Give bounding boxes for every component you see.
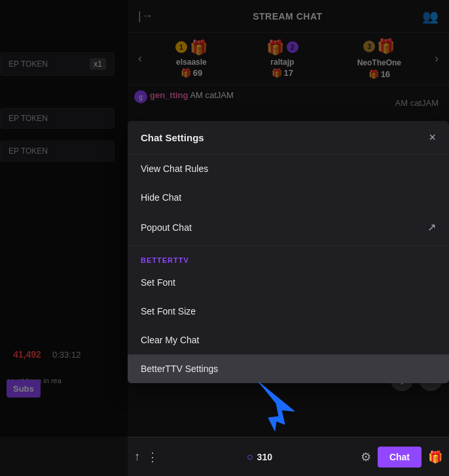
hide-chat-item[interactable]: Hide Chat [128, 183, 449, 212]
betterttv-settings-label: BetterTTV Settings [141, 364, 218, 374]
points-display: ○ 310 [165, 451, 354, 463]
popout-chat-label: Popout Chat [141, 222, 192, 233]
set-font-item[interactable]: Set Font [128, 268, 449, 297]
view-chat-rules-label: View Chat Rules [141, 163, 208, 174]
points-circle-icon: ○ [247, 451, 253, 463]
modal-divider [128, 245, 449, 246]
points-count: 310 [257, 452, 272, 462]
arrow-svg [249, 379, 308, 437]
set-font-label: Set Font [141, 277, 175, 288]
modal-title: Chat Settings [141, 132, 204, 143]
gear-icon[interactable]: ⚙ [361, 450, 371, 464]
arrow-indicator [249, 379, 308, 440]
betterttv-section-label: BETTERTTV [128, 248, 449, 268]
hide-chat-label: Hide Chat [141, 192, 181, 203]
chat-bottom-bar: ↑ ⋮ ○ 310 ⚙ Chat 🎁 [128, 437, 449, 476]
popout-icon: ↗ [427, 221, 436, 233]
modal-header: Chat Settings × [128, 121, 449, 154]
more-options-icon[interactable]: ⋮ [147, 450, 158, 464]
modal-close-button[interactable]: × [429, 131, 436, 143]
share-icon[interactable]: ↑ [134, 450, 140, 464]
clear-my-chat-item[interactable]: Clear My Chat [128, 326, 449, 354]
set-font-size-label: Set Font Size [141, 306, 196, 316]
set-font-size-item[interactable]: Set Font Size [128, 297, 449, 326]
view-chat-rules-item[interactable]: View Chat Rules [128, 154, 449, 183]
chat-button[interactable]: Chat [378, 447, 422, 468]
clear-my-chat-label: Clear My Chat [141, 335, 199, 345]
popout-chat-item[interactable]: Popout Chat ↗ [128, 212, 449, 243]
chat-settings-modal: Chat Settings × View Chat Rules Hide Cha… [128, 121, 449, 383]
gift-button-icon[interactable]: 🎁 [428, 450, 442, 464]
